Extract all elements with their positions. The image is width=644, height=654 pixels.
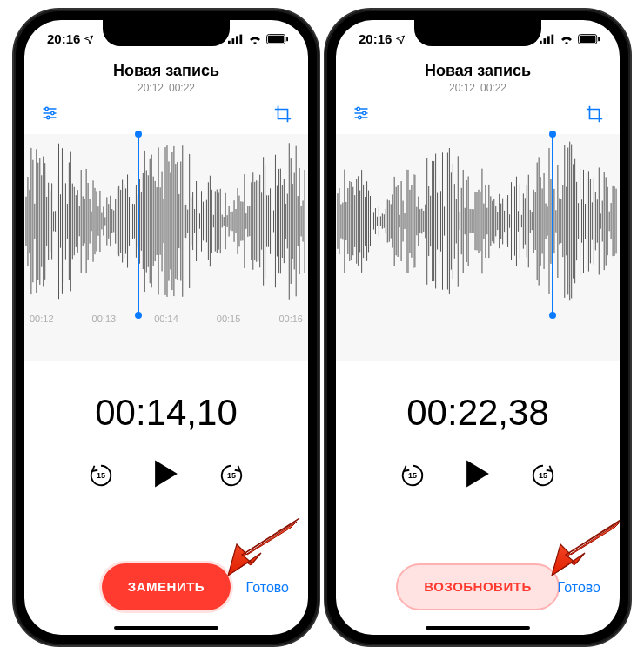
svg-point-10 <box>45 107 48 110</box>
recording-header: Новая запись 20:1200:22 <box>24 58 308 99</box>
trim-icon[interactable] <box>585 105 604 127</box>
waveform-icon <box>24 134 308 308</box>
skip-back-button[interactable]: 15 <box>88 462 114 489</box>
battery-icon <box>266 34 289 44</box>
wifi-icon <box>248 34 262 44</box>
recording-meta: 20:1200:22 <box>24 82 308 94</box>
svg-rect-17 <box>552 34 554 44</box>
svg-point-24 <box>357 107 359 110</box>
svg-rect-19 <box>580 35 595 42</box>
device-notch <box>414 20 541 46</box>
recording-header: Новая запись 20:1200:22 <box>336 58 620 99</box>
signal-icon <box>540 34 555 44</box>
svg-rect-20 <box>598 37 600 41</box>
svg-point-11 <box>51 111 54 114</box>
signal-icon <box>228 34 244 44</box>
timeline-ticks <box>336 308 620 314</box>
location-icon <box>84 34 94 44</box>
done-button[interactable]: Готово <box>558 580 600 596</box>
battery-icon <box>578 34 600 44</box>
done-button[interactable]: Готово <box>246 580 289 596</box>
svg-point-25 <box>363 111 366 114</box>
skip-forward-button[interactable]: 15 <box>218 462 245 489</box>
elapsed-time: 00:22,38 <box>336 392 620 434</box>
timeline-ticks: 00:1200:1300:1400:1500:16 <box>24 308 308 324</box>
svg-rect-5 <box>268 35 284 42</box>
recording-title: Новая запись <box>336 62 620 80</box>
phone-frame: 20:16 Новая запись 20:1200:22 <box>14 10 319 645</box>
home-indicator[interactable] <box>114 626 218 630</box>
svg-point-12 <box>47 116 50 118</box>
waveform-icon <box>336 134 620 308</box>
main-action-button[interactable]: ЗАМЕНИТЬ <box>102 563 231 610</box>
svg-rect-16 <box>547 36 550 44</box>
phone-frame: 20:16 Новая запись 20:1200:22 <box>325 10 630 645</box>
svg-point-26 <box>359 116 361 118</box>
playhead[interactable] <box>552 134 553 315</box>
elapsed-time: 00:14,10 <box>24 392 308 434</box>
svg-rect-6 <box>286 37 288 41</box>
skip-forward-button[interactable]: 15 <box>530 462 556 489</box>
settings-icon[interactable] <box>40 105 59 127</box>
skip-forward-label: 15 <box>227 471 236 480</box>
device-notch <box>103 20 230 46</box>
main-action-button[interactable]: ВОЗОБНОВИТЬ <box>396 563 559 610</box>
skip-forward-label: 15 <box>539 471 547 480</box>
skip-back-label: 15 <box>408 471 417 480</box>
svg-rect-0 <box>228 40 231 44</box>
screen: 20:16 Новая запись 20:1200:22 <box>24 20 308 635</box>
annotation-arrow-icon <box>223 515 301 576</box>
location-icon <box>395 34 406 44</box>
svg-rect-2 <box>236 36 238 44</box>
status-time: 20:16 <box>47 31 94 46</box>
screen: 20:16 Новая запись 20:1200:22 <box>336 20 620 635</box>
recording-meta: 20:1200:22 <box>336 82 620 94</box>
playhead[interactable] <box>138 134 139 315</box>
wifi-icon <box>560 34 574 44</box>
clock: 20:16 <box>47 31 80 46</box>
settings-icon[interactable] <box>352 105 371 127</box>
svg-marker-27 <box>552 518 620 576</box>
svg-rect-1 <box>232 38 235 44</box>
home-indicator[interactable] <box>426 626 530 630</box>
svg-rect-3 <box>240 34 243 44</box>
clock: 20:16 <box>359 31 392 46</box>
skip-back-label: 15 <box>97 471 105 480</box>
skip-back-button[interactable]: 15 <box>399 462 426 489</box>
play-button[interactable] <box>152 458 180 493</box>
recording-title: Новая запись <box>24 62 308 80</box>
annotation-arrow-icon <box>547 515 620 576</box>
svg-rect-15 <box>544 38 547 44</box>
play-button[interactable] <box>464 458 492 493</box>
trim-icon[interactable] <box>273 105 292 127</box>
svg-rect-14 <box>540 40 542 44</box>
status-time: 20:16 <box>359 31 406 46</box>
waveform-area[interactable]: 00:1200:1300:1400:1500:16 <box>24 134 308 361</box>
waveform-area[interactable] <box>336 134 620 361</box>
